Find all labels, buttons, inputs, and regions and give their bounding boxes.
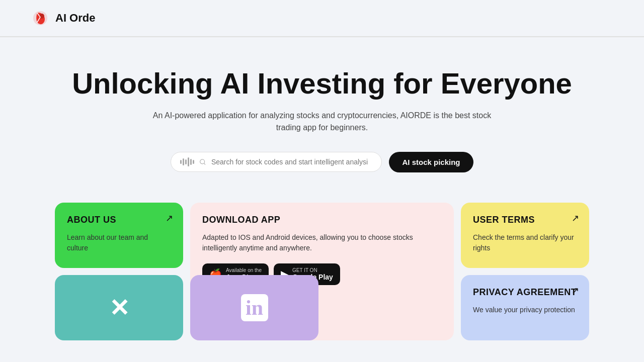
ai-stock-picking-button[interactable]: AI stock picking — [389, 152, 473, 172]
about-us-title: ABOUT US — [67, 215, 171, 225]
footer: © AI ORDE LTD. All rights reserved. — [0, 355, 644, 362]
privacy-card[interactable]: ↗ PRIVACY AGREEMENT We value your privac… — [461, 275, 589, 340]
arrow-icon: ↗ — [572, 213, 579, 224]
download-description: Adapted to IOS and Android devices, allo… — [202, 232, 442, 253]
hero-subtitle: An AI-powered application for analyzing … — [146, 110, 498, 134]
search-bar[interactable] — [171, 152, 382, 172]
arrow-icon: ↗ — [572, 285, 579, 296]
search-row: AI stock picking — [30, 152, 614, 172]
arrow-icon: ↗ — [166, 213, 173, 224]
logo-icon — [30, 8, 50, 28]
user-terms-description: Check the terms and clarify your rights — [473, 232, 577, 253]
search-input[interactable] — [211, 158, 373, 166]
twitter-x-icon: ✕ — [109, 294, 129, 322]
svg-line-3 — [204, 163, 205, 164]
logo-text: AI Orde — [55, 12, 95, 25]
linkedin-icon: in — [241, 294, 268, 321]
privacy-description: We value your privacy protection — [473, 305, 577, 315]
hero-section: Unlocking AI Investing for Everyone An A… — [0, 37, 644, 193]
cards-area: ↗ ABOUT US Learn about our team and cult… — [0, 193, 644, 350]
hero-title: Unlocking AI Investing for Everyone — [30, 67, 614, 100]
search-icon — [199, 158, 206, 166]
wave-icon — [180, 157, 194, 166]
about-us-card[interactable]: ↗ ABOUT US Learn about our team and cult… — [55, 203, 183, 268]
download-title: DOWNLOAD APP — [202, 215, 442, 225]
logo[interactable]: AI Orde — [30, 8, 95, 28]
twitter-card[interactable]: ✕ — [55, 275, 183, 340]
user-terms-title: USER TERMS — [473, 215, 577, 225]
about-us-description: Learn about our team and culture — [67, 232, 171, 253]
user-terms-card[interactable]: ↗ USER TERMS Check the terms and clarify… — [461, 203, 589, 268]
privacy-title: PRIVACY AGREEMENT — [473, 287, 577, 298]
header: AI Orde — [0, 0, 644, 37]
linkedin-card[interactable]: in — [190, 275, 318, 340]
